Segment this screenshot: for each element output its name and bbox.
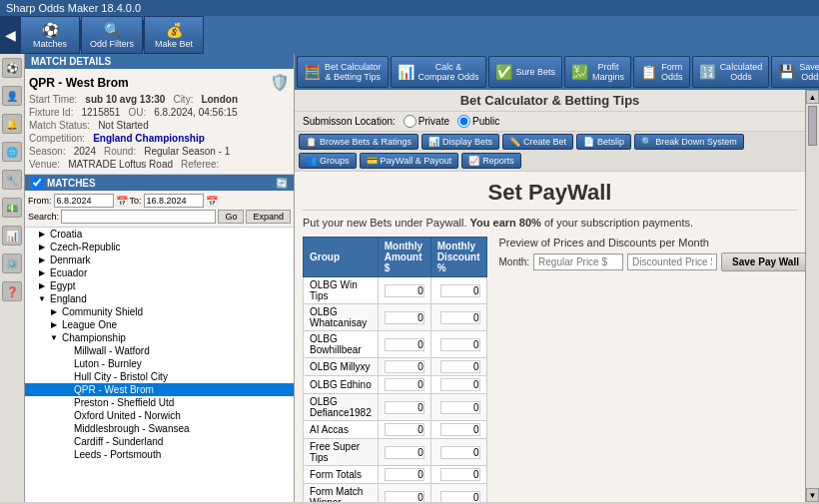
discounted-price-input[interactable] — [627, 253, 717, 270]
col-amount: Monthly Amount $ — [378, 238, 430, 277]
tree-item-oxford[interactable]: Oxford United - Norwich — [25, 409, 294, 422]
paywall-icon: 💳 — [367, 156, 378, 166]
bet-calculator-button[interactable]: 🧮 Bet Calculator& Betting Tips — [297, 56, 389, 88]
tree-item-championship[interactable]: ▼Championship — [25, 331, 294, 344]
sure-bets-label: Sure Bets — [516, 67, 556, 77]
discount-cell[interactable] — [430, 277, 486, 304]
icon-help[interactable]: ❓ — [2, 281, 22, 301]
create-bet-button[interactable]: ✏️ Create Bet — [502, 134, 573, 150]
right-panel: 🧮 Bet Calculator& Betting Tips 📊 Calc &C… — [295, 54, 819, 502]
ou-value: 6.8.2024, 04:56:15 — [154, 107, 237, 118]
matches-button[interactable]: ⚽ Matches — [20, 16, 80, 54]
break-down-button[interactable]: 🔍 Break Down System — [634, 134, 744, 150]
groups-button[interactable]: 👥 Groups — [299, 153, 357, 169]
scroll-down-button[interactable]: ▼ — [806, 488, 819, 502]
icon-chart[interactable]: 📊 — [2, 226, 22, 246]
competition-tree: ▶Croatia ▶Czech-Republic ▶Denmark ▶Ecuad… — [25, 228, 294, 502]
discount-cell[interactable] — [430, 358, 486, 376]
browse-bets-button[interactable]: 📋 Browse Bets & Ratings — [299, 134, 418, 150]
discount-cell[interactable] — [430, 466, 486, 484]
icon-user[interactable]: 👤 — [2, 86, 22, 106]
expand-button[interactable]: Expand — [246, 210, 291, 224]
public-option[interactable]: Public — [457, 115, 499, 128]
calculated-odds-button[interactable]: 🔢 CalculatedOdds — [692, 56, 770, 88]
amount-cell[interactable] — [378, 358, 430, 376]
icon-globe[interactable]: 🌐 — [2, 142, 22, 162]
regular-price-input[interactable] — [533, 253, 623, 270]
tree-item-ecuador[interactable]: ▶Ecuador — [25, 266, 294, 279]
discount-cell[interactable] — [430, 421, 486, 439]
sub-nav: 📋 Browse Bets & Ratings 📊 Display Bets ✏… — [295, 132, 805, 172]
make-bet-label: Make Bet — [155, 39, 193, 49]
search-input[interactable] — [61, 210, 216, 224]
betslip-button[interactable]: 📄 Betslip — [576, 134, 631, 150]
ou-label: OU: — [128, 107, 146, 118]
paywall-title: Set PayWall — [303, 180, 797, 211]
icon-bell[interactable]: 🔔 — [2, 114, 22, 134]
make-bet-button[interactable]: 💰 Make Bet — [144, 16, 204, 54]
discount-cell[interactable] — [430, 484, 486, 503]
amount-cell[interactable] — [378, 394, 430, 421]
amount-cell[interactable] — [378, 331, 430, 358]
icon-tools[interactable]: 🔧 — [2, 170, 22, 190]
refresh-icon[interactable]: 🔄 — [276, 178, 288, 189]
private-radio[interactable] — [404, 115, 416, 128]
tree-item-leeds[interactable]: Leeds - Portsmouth — [25, 448, 294, 461]
tree-item-millwall[interactable]: Millwall - Watford — [25, 344, 294, 357]
reports-button[interactable]: 📈 Reports — [461, 153, 521, 169]
form-odds-button[interactable]: 📋 FormOdds — [633, 56, 690, 88]
from-date-input[interactable] — [54, 194, 114, 208]
discount-cell[interactable] — [430, 394, 486, 421]
scrollbar-thumb[interactable] — [808, 106, 817, 146]
discount-cell[interactable] — [430, 439, 486, 466]
tree-item-luton[interactable]: Luton - Burnley — [25, 357, 294, 370]
amount-cell[interactable] — [378, 304, 430, 331]
icon-money[interactable]: 💵 — [2, 198, 22, 218]
tree-item-qpr[interactable]: QPR - West Brom — [25, 383, 294, 396]
sure-bets-button[interactable]: ✅ Sure Bets — [488, 56, 563, 88]
tree-item-england[interactable]: ▼England — [25, 292, 294, 305]
tree-item-egypt[interactable]: ▶Egypt — [25, 279, 294, 292]
calc-compare-button[interactable]: 📊 Calc &Compare Odds — [391, 56, 486, 88]
title-bar: Sharp Odds Maker 18.4.0.0 — [0, 0, 819, 16]
tree-item-czech[interactable]: ▶Czech-Republic — [25, 241, 294, 253]
tree-item-cardiff[interactable]: Cardiff - Sunderland — [25, 435, 294, 448]
nav-back-button[interactable]: ◀ — [0, 16, 20, 54]
discount-cell[interactable] — [430, 331, 486, 358]
from-calendar-icon[interactable]: 📅 — [116, 196, 128, 207]
tree-item-croatia[interactable]: ▶Croatia — [25, 228, 294, 241]
profit-margins-button[interactable]: 💹 ProfitMargins — [564, 56, 631, 88]
right-toolbar: 🧮 Bet Calculator& Betting Tips 📊 Calc &C… — [295, 54, 819, 90]
tree-item-community-shield[interactable]: ▶Community Shield — [25, 305, 294, 318]
scrollbar-track[interactable] — [806, 104, 819, 488]
paywall-payout-button[interactable]: 💳 PayWall & Payout — [360, 153, 459, 169]
save-paywall-button[interactable]: Save Pay Wall — [721, 252, 805, 271]
saved-odds-button[interactable]: 💾 SavedOdds — [771, 56, 819, 88]
amount-cell[interactable] — [378, 466, 430, 484]
amount-cell[interactable] — [378, 376, 430, 394]
amount-cell[interactable] — [378, 484, 430, 503]
tree-item-preston[interactable]: Preston - Sheffield Utd — [25, 396, 294, 409]
arrow-championship: ▼ — [49, 333, 59, 342]
amount-cell[interactable] — [378, 277, 430, 304]
private-option[interactable]: Private — [404, 115, 449, 128]
to-calendar-icon[interactable]: 📅 — [206, 196, 218, 207]
amount-cell[interactable] — [378, 421, 430, 439]
amount-cell[interactable] — [378, 439, 430, 466]
submission-label: Submisson Location: — [303, 116, 396, 127]
matches-checkbox[interactable] — [31, 177, 43, 189]
icon-matches[interactable]: ⚽ — [2, 58, 22, 78]
public-radio[interactable] — [457, 115, 470, 128]
scroll-up-button[interactable]: ▲ — [806, 90, 819, 104]
tree-item-denmark[interactable]: ▶Denmark — [25, 253, 294, 266]
go-button[interactable]: Go — [218, 210, 244, 224]
tree-item-league-one[interactable]: ▶League One — [25, 318, 294, 331]
discount-cell[interactable] — [430, 376, 486, 394]
icon-settings[interactable]: ⚙️ — [2, 253, 22, 273]
tree-item-hull[interactable]: Hull City - Bristol City — [25, 370, 294, 383]
discount-cell[interactable] — [430, 304, 486, 331]
tree-item-middlesbrough[interactable]: Middlesbrough - Swansea — [25, 422, 294, 435]
display-bets-button[interactable]: 📊 Display Bets — [421, 134, 499, 150]
to-date-input[interactable] — [144, 194, 204, 208]
odd-filters-button[interactable]: 🔍 Odd Filters — [81, 16, 143, 54]
